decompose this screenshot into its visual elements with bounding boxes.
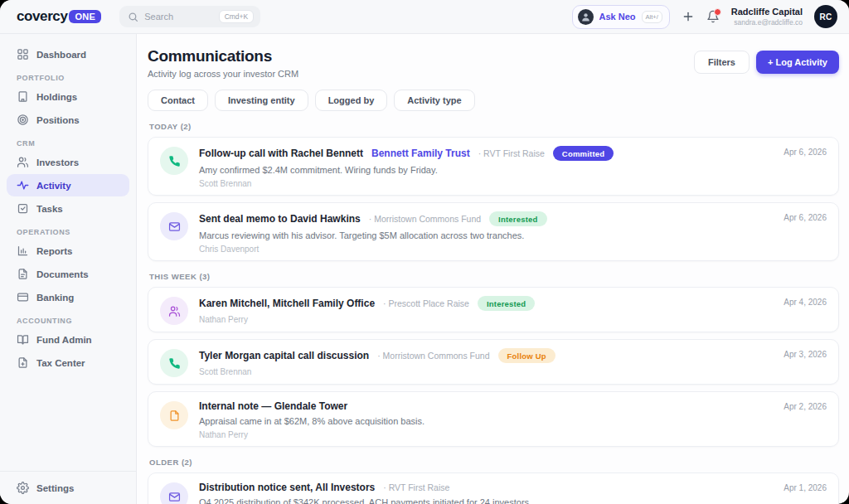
sidebar-section-crm: CRM [17,139,129,148]
app-window: covercy ONE Search Cmd+K Ask Neo Alt+/ [0,0,849,504]
sidebar-item-documents[interactable]: Documents [7,263,129,285]
sidebar-item-dashboard[interactable]: Dashboard [7,43,129,65]
activity-title: Distribution notice sent, All Investors [199,482,375,493]
activity-pulse-icon [17,179,29,191]
activity-card[interactable]: Karen Mitchell, Mitchell Family Office ·… [148,287,839,332]
activity-card[interactable]: Distribution notice sent, All Investors … [148,472,839,504]
sidebar-item-tax-center[interactable]: Tax Center [7,351,129,374]
ask-neo-label: Ask Neo [599,12,636,22]
sidebar-item-label: Reports [36,246,72,256]
activity-title: Tyler Morgan capital call discussion [199,350,369,361]
activity-meta: · RVT First Raise [478,148,545,158]
sidebar-item-reports[interactable]: Reports [7,240,129,262]
search-icon [128,12,138,22]
settings-label: Settings [36,483,74,493]
log-activity-button[interactable]: + Log Activity [756,51,839,74]
sidebar-item-investors[interactable]: Investors [7,151,129,173]
logo-brand: covercy [17,8,67,25]
document-icon [17,268,29,280]
status-badge: Committed [553,146,614,161]
credit-card-icon [17,291,29,303]
logged-by: Scott Brennan [199,367,773,376]
activity-date: Apr 2, 2026 [784,400,827,439]
activity-meta: · RVT First Raise [383,482,449,492]
sidebar-section-accounting: Accounting [17,317,129,325]
search-placeholder: Search [144,12,212,22]
activity-description: Q4 2025 distribution of $342K processed.… [199,497,773,504]
phone-icon [160,349,188,377]
filter-chip-contact[interactable]: Contact [148,90,208,111]
activity-description: Amy confirmed $2.4M commitment. Wiring f… [199,165,773,175]
filter-chip-investing-entity[interactable]: Investing entity [215,90,308,111]
building-icon [17,90,29,103]
logged-by: Scott Brennan [199,179,773,188]
plus-icon[interactable] [682,10,695,23]
search-shortcut-badge: Cmd+K [219,10,255,23]
sidebar-item-label: Tasks [36,204,63,214]
file-plus-icon [17,356,29,369]
neo-avatar [578,9,594,25]
covercy-logo[interactable]: covercy ONE [17,8,101,25]
check-square-icon [17,202,29,215]
activity-date: Apr 1, 2026 [784,482,827,504]
filter-chip-activity-type[interactable]: Activity type [394,90,474,111]
sidebar-item-label: Holdings [36,92,77,102]
search-input[interactable]: Search Cmd+K [119,6,260,27]
page-title: Communications [148,47,298,65]
target-icon [17,114,29,126]
user-info[interactable]: Radcliffe Capital sandra.e@radcliffe.co [731,7,803,27]
section-label-this-week: This week (3) [149,272,837,281]
entity-link[interactable]: Bennett Family Trust [371,148,470,159]
page-subtitle: Activity log across your investor CRM [148,69,298,79]
filters-button[interactable]: Filters [694,51,750,74]
bar-chart-icon [17,245,29,257]
sidebar-item-label: Activity [36,181,71,191]
section-label-older: Older (2) [149,458,837,467]
ask-neo-shortcut-badge: Alt+/ [642,11,662,23]
sidebar-item-settings[interactable]: Settings [0,471,136,504]
sidebar-item-label: Dashboard [36,50,86,60]
activity-card[interactable]: Sent deal memo to David Hawkins · Morris… [148,202,839,261]
logged-by: Nathan Perry [199,430,773,439]
activity-date: Apr 4, 2026 [784,296,827,325]
sidebar-item-holdings[interactable]: Holdings [7,85,129,108]
sidebar-item-tasks[interactable]: Tasks [7,197,129,220]
logged-by: Nathan Perry [199,315,773,324]
dashboard-icon [17,48,29,61]
sidebar-item-label: Positions [36,115,80,125]
top-bar: covercy ONE Search Cmd+K Ask Neo Alt+/ [0,0,849,34]
activity-title: Internal note — Glendale Tower [199,400,347,412]
sidebar-item-label: Documents [36,269,89,279]
ask-neo-button[interactable]: Ask Neo Alt+/ [572,5,670,29]
user-email: sandra.e@radcliffe.co [731,18,803,27]
mail-icon [160,212,188,240]
activity-description: Appraisal came in at $62M, 8% above acqu… [199,416,773,426]
section-label-today: Today (2) [149,122,837,131]
activity-date: Apr 6, 2026 [784,211,827,254]
sidebar-item-activity[interactable]: Activity [7,174,129,196]
mail-icon [160,482,188,504]
activity-description: Marcus reviewing with his advisor. Targe… [199,230,773,240]
book-open-icon [17,333,29,346]
avatar[interactable]: RC [814,5,837,28]
notification-dot [714,8,721,16]
sidebar-item-banking[interactable]: Banking [7,286,129,308]
sidebar-item-fund-admin[interactable]: Fund Admin [7,328,129,351]
activity-meta: · Morristown Commons Fund [377,351,489,361]
activity-card[interactable]: Internal note — Glendale Tower Appraisal… [148,391,839,447]
activity-card[interactable]: Tyler Morgan capital call discussion · M… [148,339,839,385]
sidebar-section-portfolio: Portfolio [17,74,129,82]
logged-by: Chris Davenport [199,245,773,254]
notifications-bell-icon[interactable] [706,10,720,23]
status-badge: Follow Up [498,348,555,363]
logo-one-badge: ONE [69,10,101,23]
status-badge: Interested [478,296,535,311]
activity-title: Karen Mitchell, Mitchell Family Office [199,298,375,309]
sidebar-item-label: Fund Admin [36,335,92,345]
sidebar-item-label: Tax Center [36,358,85,368]
filter-chip-logged-by[interactable]: Logged by [315,90,388,111]
status-badge: Interested [489,211,546,226]
sidebar-item-positions[interactable]: Positions [7,109,129,131]
phone-icon [160,147,188,175]
activity-card[interactable]: Follow-up call with Rachel Bennett Benne… [148,137,839,196]
